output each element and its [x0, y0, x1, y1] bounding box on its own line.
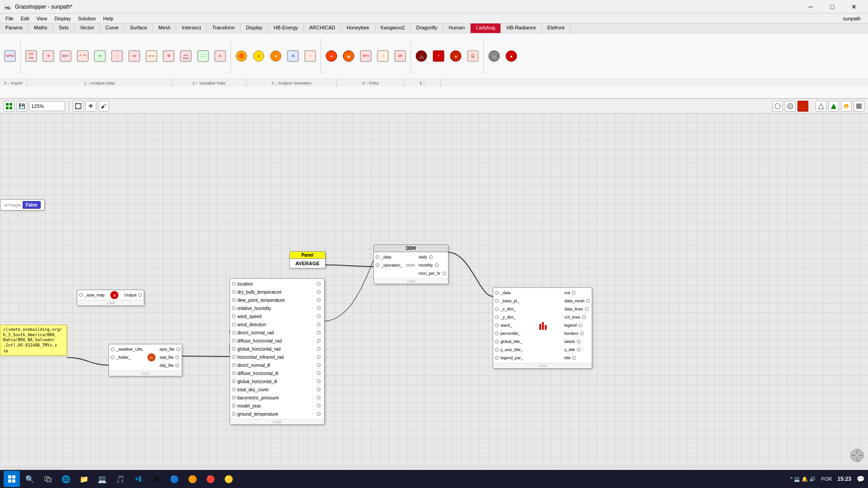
- taskbar-chrome[interactable]: 🌐: [58, 471, 74, 487]
- panel-value[interactable]: AVERAGE: [290, 259, 325, 268]
- tab-surface[interactable]: Surface: [124, 23, 153, 33]
- tab-curve[interactable]: Curve: [100, 23, 124, 33]
- tab-display[interactable]: Display: [241, 23, 268, 33]
- epw-list-node[interactable]: location dry_bulb_temperature dew_point_…: [230, 278, 325, 425]
- taskbar-browser2[interactable]: 🔵: [166, 471, 183, 487]
- epw-map-node[interactable]: _epw_map ⚙ Output 1.3.0: [77, 290, 144, 306]
- ribbon-icon-15[interactable]: ✦: [268, 48, 284, 64]
- tab-hb-energy[interactable]: HB-Energy: [268, 23, 304, 33]
- save-btn[interactable]: 💾: [16, 101, 27, 112]
- ribbon-icon-8[interactable]: STAT: [143, 48, 160, 64]
- view-btn[interactable]: 👁: [85, 101, 96, 112]
- tab-human[interactable]: Human: [443, 23, 471, 33]
- zoom-input[interactable]: 125%: [29, 101, 65, 111]
- toggle-value[interactable]: False: [23, 201, 41, 209]
- taskbar-game[interactable]: 🟠: [184, 471, 201, 487]
- tab-dragonfly[interactable]: Dragonfly: [410, 23, 443, 33]
- menu-file[interactable]: File: [2, 15, 17, 22]
- taskbar-task-view[interactable]: [40, 471, 56, 487]
- menu-edit[interactable]: Edit: [17, 15, 33, 22]
- maximize-button[interactable]: □: [822, 0, 843, 14]
- start-btn[interactable]: [4, 471, 20, 487]
- canvas-right-2[interactable]: [785, 101, 796, 112]
- tab-hb-radiance[interactable]: HB-Radiance: [501, 23, 542, 33]
- port-dot: [232, 347, 236, 351]
- ribbon-icon-24[interactable]: +: [430, 48, 447, 64]
- chart-node[interactable]: _data _base_pt_ _x_dim_ _y_dim_ stack_: [493, 287, 592, 369]
- taskbar-spotify[interactable]: 🎵: [112, 471, 128, 487]
- ribbon-icon-16[interactable]: ⊞: [285, 48, 301, 64]
- tab-archicad[interactable]: ARCHICAD: [304, 23, 341, 33]
- ribbon-icon-23[interactable]: 🚲: [413, 48, 429, 64]
- grid-toggle-btn[interactable]: [4, 101, 14, 112]
- menu-help[interactable]: Help: [99, 15, 117, 22]
- ribbon-icon-4[interactable]: A→B: [75, 48, 91, 64]
- ddh-node[interactable]: DDH _data _operation_ DDH daily: [373, 244, 448, 284]
- menu-view[interactable]: View: [33, 15, 51, 22]
- port-ddh-monthly: monthly: [417, 261, 448, 269]
- minimize-button[interactable]: ─: [800, 0, 821, 14]
- frame-btn[interactable]: [73, 101, 84, 112]
- ribbon-icon-27[interactable]: ⊙: [486, 48, 502, 64]
- tab-elefront[interactable]: Elefront: [542, 23, 571, 33]
- ribbon-icon-14[interactable]: ☀: [250, 48, 267, 64]
- ribbon-icon-2[interactable]: ♥: [40, 48, 57, 64]
- taskbar-red[interactable]: 🔴: [203, 471, 219, 487]
- canvas-right-7[interactable]: [854, 101, 864, 112]
- tab-sets[interactable]: Sets: [53, 23, 75, 33]
- canvas-right-5[interactable]: [828, 101, 839, 112]
- ribbon-icon-1[interactable]: 010100: [23, 48, 39, 64]
- ribbon-icon-0[interactable]: EPW: [2, 48, 18, 64]
- tab-honeybee[interactable]: Honeybee: [341, 23, 375, 33]
- toggle-node[interactable]: artToggle False: [0, 199, 45, 211]
- ribbon-icon-9[interactable]: ⚙: [160, 48, 177, 64]
- menu-display[interactable]: Display: [51, 15, 74, 22]
- ribbon-icon-20[interactable]: EFH: [358, 48, 374, 64]
- ribbon-icon-13[interactable]: [233, 48, 250, 64]
- port-dot-out: [317, 363, 321, 367]
- canvas-right-6[interactable]: ●: [841, 101, 852, 112]
- ribbon-icon-17[interactable]: ⋯: [302, 48, 318, 64]
- weather-node[interactable]: _weather_URL _folder_ DL epw_file stat_f…: [108, 344, 182, 376]
- tab-kangaroo2[interactable]: Kangaroo2: [375, 23, 411, 33]
- ribbon-icon-19[interactable]: ◉: [340, 48, 357, 64]
- close-button[interactable]: ✕: [844, 0, 864, 14]
- taskbar-search[interactable]: 🔍: [22, 471, 38, 487]
- ribbon-icon-10[interactable]: a>0DXH: [178, 48, 194, 64]
- tab-params[interactable]: Params: [0, 23, 28, 33]
- ribbon-icon-5[interactable]: ≋: [92, 48, 108, 64]
- ribbon-icon-6[interactable]: ↔: [109, 48, 125, 64]
- chart-version: 1.3.0: [493, 363, 592, 368]
- ribbon-icon-21[interactable]: ☽: [375, 48, 391, 64]
- taskbar-terminal[interactable]: 💻: [94, 471, 110, 487]
- menu-solution[interactable]: Solution: [74, 15, 99, 22]
- ribbon-icon-18[interactable]: ☀: [323, 48, 340, 64]
- canvas-area[interactable]: artToggle False _epw_map ⚙ Output 1.3.0: [0, 113, 868, 467]
- ribbon-icon-12[interactable]: ⇅: [212, 48, 228, 64]
- ribbon-icon-7[interactable]: B8: [126, 48, 142, 64]
- tab-maths[interactable]: Maths: [28, 23, 53, 33]
- taskbar-mail[interactable]: ✉: [148, 471, 165, 487]
- taskbar-vscode[interactable]: [130, 471, 146, 487]
- panel-node[interactable]: Panel AVERAGE: [289, 251, 326, 268]
- taskbar-explorer[interactable]: 📁: [76, 471, 92, 487]
- ribbon-icon-11[interactable]: ⛶: [195, 48, 211, 64]
- canvas-right-3[interactable]: [797, 101, 808, 112]
- tab-ladybug[interactable]: Ladybug: [471, 23, 501, 33]
- taskbar-yellow[interactable]: 🟡: [221, 471, 237, 487]
- tab-vector[interactable]: Vector: [75, 23, 100, 33]
- ribbon-icon-25[interactable]: ⊕: [448, 48, 464, 64]
- svg-point-29: [239, 53, 244, 59]
- ribbon-icon-22[interactable]: SR: [392, 48, 408, 64]
- canvas-right-1[interactable]: [772, 101, 783, 112]
- port-dot: [376, 263, 379, 267]
- tab-transform[interactable]: Transform: [207, 23, 241, 33]
- port-dot: [495, 299, 499, 303]
- brush-btn[interactable]: 🖌: [98, 101, 109, 112]
- tab-intersect[interactable]: Intersect: [176, 23, 207, 33]
- ribbon-icon-3[interactable]: DDY: [57, 48, 74, 64]
- ribbon-icon-28[interactable]: ●: [503, 48, 519, 64]
- canvas-right-4[interactable]: [816, 101, 826, 112]
- ribbon-icon-26[interactable]: 🏠: [465, 48, 481, 64]
- tab-mesh[interactable]: Mesh: [153, 23, 176, 33]
